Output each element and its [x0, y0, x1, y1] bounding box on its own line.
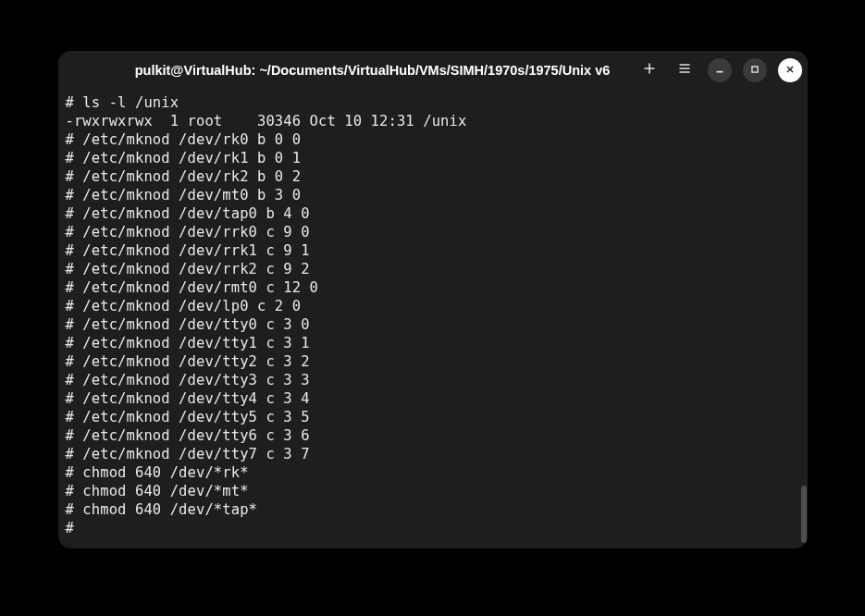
terminal-line: # /etc/mknod /dev/rrk2 c 9 2: [66, 260, 800, 278]
terminal-line: # chmod 640 /dev/*tap*: [66, 500, 800, 519]
terminal-line: # /etc/mknod /dev/rk1 b 0 1: [66, 149, 800, 167]
terminal-line: # /etc/mknod /dev/tty1 c 3 1: [66, 334, 800, 352]
terminal-line: # /etc/mknod /dev/tty6 c 3 6: [66, 426, 800, 445]
plus-icon: [642, 61, 657, 80]
minimize-icon: [713, 62, 726, 80]
terminal-line: # /etc/mknod /dev/rrk1 c 9 1: [66, 241, 800, 260]
terminal-line: # /etc/mknod /dev/tty7 c 3 7: [66, 445, 800, 463]
hamburger-icon: [677, 61, 692, 80]
scrollbar-thumb[interactable]: [801, 486, 807, 543]
terminal-window: pulkit@VirtualHub: ~/Documents/VirtualHu…: [58, 51, 808, 548]
terminal-line: # /etc/mknod /dev/rk2 b 0 2: [66, 167, 800, 186]
terminal-line: # /etc/mknod /dev/rmt0 c 12 0: [66, 278, 800, 297]
terminal-line: # ls -l /unix: [66, 93, 800, 112]
titlebar-button-group: [637, 58, 802, 82]
close-icon: [784, 62, 797, 80]
maximize-icon: [748, 62, 761, 80]
terminal-line: # /etc/mknod /dev/tty5 c 3 5: [66, 408, 800, 426]
maximize-button[interactable]: [743, 58, 767, 82]
terminal-line: # /etc/mknod /dev/rrk0 c 9 0: [66, 223, 800, 241]
menu-button[interactable]: [673, 58, 697, 82]
terminal-line: # /etc/mknod /dev/lp0 c 2 0: [66, 297, 800, 315]
terminal-line: # /etc/mknod /dev/tty0 c 3 0: [66, 315, 800, 334]
terminal-line: # /etc/mknod /dev/mt0 b 3 0: [66, 186, 800, 204]
terminal-line: # /etc/mknod /dev/tap0 b 4 0: [66, 204, 800, 223]
terminal-line: # /etc/mknod /dev/tty4 c 3 4: [66, 389, 800, 408]
terminal-content[interactable]: # ls -l /unix-rwxrwxrwx 1 root 30346 Oct…: [58, 90, 808, 548]
new-tab-button[interactable]: [637, 58, 661, 82]
terminal-line: # /etc/mknod /dev/tty3 c 3 3: [66, 371, 800, 389]
titlebar: pulkit@VirtualHub: ~/Documents/VirtualHu…: [58, 51, 808, 90]
terminal-line: # /etc/mknod /dev/rk0 b 0 0: [66, 130, 800, 149]
svg-rect-6: [751, 66, 757, 71]
terminal-line: # chmod 640 /dev/*mt*: [66, 482, 800, 500]
close-button[interactable]: [778, 58, 802, 82]
terminal-line: -rwxrwxrwx 1 root 30346 Oct 10 12:31 /un…: [66, 112, 800, 130]
minimize-button[interactable]: [708, 58, 732, 82]
terminal-line: # chmod 640 /dev/*rk*: [66, 463, 800, 482]
window-title: pulkit@VirtualHub: ~/Documents/VirtualHu…: [69, 63, 630, 78]
terminal-line: # /etc/mknod /dev/tty2 c 3 2: [66, 352, 800, 371]
terminal-line: #: [66, 519, 800, 537]
